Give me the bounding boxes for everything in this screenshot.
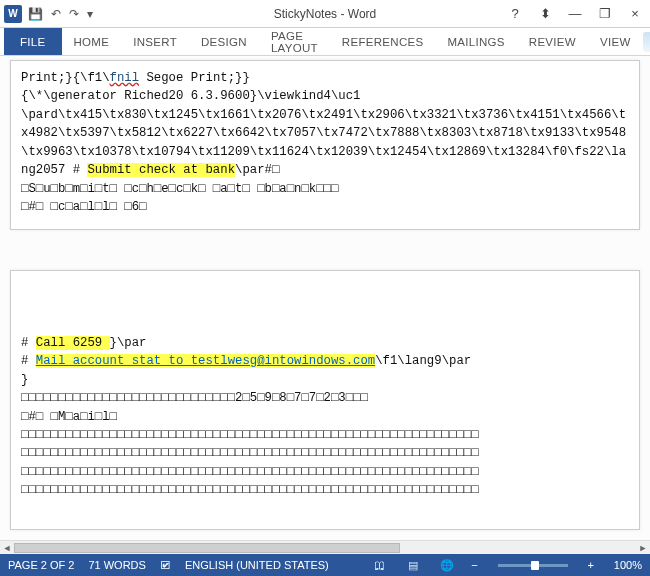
scroll-track[interactable] — [14, 543, 636, 553]
language-indicator[interactable]: ENGLISH (UNITED STATES) — [185, 559, 329, 571]
close-button[interactable]: × — [620, 0, 650, 27]
highlight-run: Submit check at bank — [87, 163, 235, 177]
tab-home[interactable]: HOME — [62, 28, 122, 55]
text-run-garbled: □□□□□□□□□□□□□□□□□□□□□□□□□□□□□2□5□9□8□7□7… — [21, 391, 368, 405]
account-menu[interactable] — [643, 28, 650, 55]
ribbon-tabs: FILE HOME INSERT DESIGN PAGE LAYOUT REFE… — [0, 28, 650, 56]
zoom-in-button[interactable]: + — [588, 559, 594, 571]
zoom-slider-knob[interactable] — [531, 561, 539, 570]
zoom-percentage[interactable]: 100% — [608, 559, 642, 571]
word-count[interactable]: 71 WORDS — [88, 559, 145, 571]
highlight-run-link[interactable]: Mail account stat to testlwesg@intowindo… — [36, 354, 375, 368]
print-layout-icon[interactable]: ▤ — [403, 558, 423, 572]
text-run: {\*\generator Riched20 6.3.9600}\viewkin… — [21, 89, 360, 103]
highlight-run: Call 6259 — [36, 336, 110, 350]
avatar — [643, 32, 650, 52]
save-icon[interactable]: 💾 — [28, 7, 43, 21]
page-2-top[interactable]: # Call 6259 }\par # Mail account stat to… — [10, 270, 640, 530]
horizontal-scrollbar[interactable]: ◄ ► — [0, 540, 650, 554]
scroll-thumb[interactable] — [14, 543, 400, 553]
window-title: StickyNotes - Word — [274, 7, 376, 21]
document-area: Print;}{\f1\fnil Segoe Print;}} {\*\gene… — [0, 56, 650, 554]
pages-scroll[interactable]: Print;}{\f1\fnil Segoe Print;}} {\*\gene… — [0, 56, 650, 540]
text-run: # — [21, 336, 36, 350]
status-bar: PAGE 2 OF 2 71 WORDS 🗹 ENGLISH (UNITED S… — [0, 554, 650, 576]
read-mode-icon[interactable]: 🕮 — [369, 558, 389, 572]
undo-icon[interactable]: ↶ — [51, 7, 61, 21]
quick-access-toolbar: 💾 ↶ ↷ ▾ — [28, 7, 93, 21]
text-run-garbled: □#□ □c□a□l□l□ □6□ — [21, 200, 146, 214]
tab-mailings[interactable]: MAILINGS — [435, 28, 516, 55]
tab-insert[interactable]: INSERT — [121, 28, 189, 55]
text-run: }\par — [110, 336, 147, 350]
text-run-boxes: □□□□□□□□□□□□□□□□□□□□□□□□□□□□□□□□□□□□□□□□… — [21, 483, 479, 497]
text-run: # — [21, 354, 36, 368]
tab-design[interactable]: DESIGN — [189, 28, 259, 55]
text-run: Print;}{\f1\ — [21, 71, 110, 85]
zoom-slider[interactable] — [498, 564, 568, 567]
tab-page-layout[interactable]: PAGE LAYOUT — [259, 28, 330, 55]
restore-button[interactable]: ❐ — [590, 0, 620, 27]
minimize-button[interactable]: — — [560, 0, 590, 27]
qat-dropdown-icon[interactable]: ▾ — [87, 7, 93, 21]
text-run-spellerror: fnil — [110, 71, 140, 85]
page-1-bottom[interactable]: Print;}{\f1\fnil Segoe Print;}} {\*\gene… — [10, 60, 640, 230]
text-run: } — [21, 373, 28, 387]
title-bar: W 💾 ↶ ↷ ▾ StickyNotes - Word ? ⬍ — ❐ × — [0, 0, 650, 28]
redo-icon[interactable]: ↷ — [69, 7, 79, 21]
text-run-garbled: □#□ □M□a□i□l□ — [21, 410, 117, 424]
scroll-right-icon[interactable]: ► — [636, 541, 650, 555]
tab-review[interactable]: REVIEW — [517, 28, 588, 55]
scroll-left-icon[interactable]: ◄ — [0, 541, 14, 555]
text-run: Segoe Print;}} — [139, 71, 250, 85]
ribbon-display-options-button[interactable]: ⬍ — [530, 0, 560, 27]
help-button[interactable]: ? — [500, 0, 530, 27]
text-run-boxes: □□□□□□□□□□□□□□□□□□□□□□□□□□□□□□□□□□□□□□□□… — [21, 465, 479, 479]
page-indicator[interactable]: PAGE 2 OF 2 — [8, 559, 74, 571]
text-run: \par#□ — [235, 163, 279, 177]
text-run: \f1\lang9\par — [375, 354, 471, 368]
text-run-garbled: □S□u□b□m□i□t□ □c□h□e□c□k□ □a□t□ □b□a□n□k… — [21, 182, 338, 196]
text-run-boxes: □□□□□□□□□□□□□□□□□□□□□□□□□□□□□□□□□□□□□□□□… — [21, 428, 479, 442]
tab-view[interactable]: VIEW — [588, 28, 643, 55]
tab-file[interactable]: FILE — [4, 28, 62, 55]
proofing-icon[interactable]: 🗹 — [160, 559, 171, 571]
page-gap — [10, 230, 640, 270]
tab-references[interactable]: REFERENCES — [330, 28, 436, 55]
word-app-icon: W — [4, 5, 22, 23]
zoom-out-button[interactable]: − — [471, 559, 477, 571]
text-run-boxes: □□□□□□□□□□□□□□□□□□□□□□□□□□□□□□□□□□□□□□□□… — [21, 446, 479, 460]
web-layout-icon[interactable]: 🌐 — [437, 558, 457, 572]
